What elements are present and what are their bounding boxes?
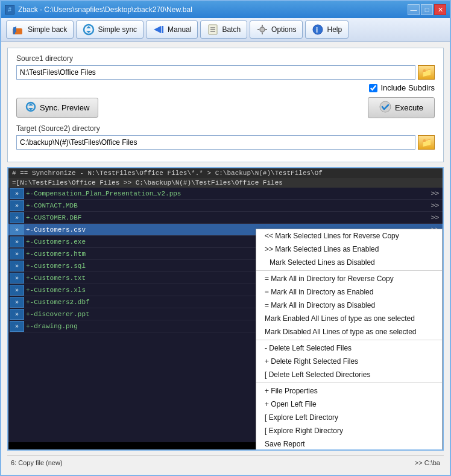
source-input[interactable] (16, 65, 415, 80)
file-row[interactable]: » +-Compensation_Plan_Presentation_v2.pp… (8, 188, 443, 200)
options-button[interactable]: Options (250, 21, 303, 39)
source-label: Source1 directory (16, 54, 435, 63)
file-arrow: » (10, 224, 24, 235)
target-input[interactable] (16, 135, 415, 150)
target-input-row: 📁 (16, 135, 435, 150)
ctx-mark-all-enabled[interactable]: = Mark All in Directory as Enabled (256, 285, 442, 299)
execute-label: Execute (395, 103, 423, 112)
ctx-delete-left[interactable]: - Delete Left Selected Files (256, 341, 442, 355)
include-subdirs-checkbox[interactable] (369, 84, 377, 92)
execute-button[interactable]: Execute (368, 97, 435, 118)
file-arrow: » (10, 236, 24, 247)
source-input-row: 📁 (16, 65, 435, 80)
status-right: >> C:\ba (415, 459, 440, 466)
simple-back-button[interactable]: Simple back (6, 21, 74, 39)
sync-preview-button[interactable]: Sync. Preview (16, 98, 98, 118)
ctx-separator-2 (256, 340, 442, 340)
options-icon (256, 24, 268, 36)
action-row: Sync. Preview Execute (16, 97, 435, 118)
include-subdirs-label: Include Subdirs (380, 83, 435, 92)
target-label: Target (Source2) directory (16, 124, 435, 133)
ctx-open-left[interactable]: + Open Left File (256, 398, 442, 411)
svg-marker-5 (86, 31, 91, 33)
window-title: Zback - C:\Users\snapfiles\Desktop\zback… (18, 5, 192, 14)
file-arrow: » (10, 212, 24, 223)
file-arrow: » (10, 285, 24, 296)
file-header: # == Synchronize - N:\TestFiles\Office F… (8, 168, 443, 178)
form-section: Source1 directory 📁 Include Subdirs (7, 48, 444, 162)
file-arrow: » (10, 249, 24, 259)
folder-icon: 📁 (421, 68, 432, 77)
manual-icon (153, 24, 165, 36)
target-folder-button[interactable]: 📁 (418, 135, 435, 150)
help-label: Help (327, 25, 342, 34)
ctx-explore-right[interactable]: [ Explore Right Directory (256, 424, 442, 437)
file-name: +-CUSTOMER.DBF (26, 214, 431, 221)
ctx-separator-1 (256, 270, 442, 271)
file-arrow: » (10, 297, 24, 308)
ctx-delete-right[interactable]: + Delete Right Selected Files (256, 355, 442, 368)
sync-header-row: =[N:\TestFiles\Office Files >> C:\backup… (8, 178, 443, 188)
ctx-save-report[interactable]: Save Report (256, 437, 442, 451)
main-window: # Zback - C:\Users\snapfiles\Desktop\zba… (0, 0, 451, 476)
ctx-mark-all-disabled[interactable]: = Mark All in Directory as Disabled (256, 299, 442, 312)
svg-text:i: i (316, 26, 318, 34)
file-area: # == Synchronize - N:\TestFiles\Office F… (7, 167, 444, 451)
maximize-button[interactable]: □ (421, 4, 433, 15)
batch-button[interactable]: Batch (200, 21, 247, 39)
file-arrow: » (10, 273, 24, 284)
file-row[interactable]: » +-CUSTOMER.DBF >> (8, 212, 443, 224)
simple-sync-button[interactable]: Simple sync (76, 21, 144, 39)
title-bar-left: # Zback - C:\Users\snapfiles\Desktop\zba… (5, 5, 192, 14)
context-menu: << Mark Selected Lines for Reverse Copy … (256, 229, 443, 451)
ctx-mark-reverse[interactable]: << Mark Selected Lines for Reverse Copy (256, 229, 442, 243)
sync-preview-icon (25, 101, 36, 114)
title-bar: # Zback - C:\Users\snapfiles\Desktop\zba… (1, 1, 450, 18)
ctx-mark-disabled-type[interactable]: Mark Disabled All Lines of type as one s… (256, 325, 442, 338)
batch-label: Batch (222, 25, 241, 34)
manual-button[interactable]: Manual (146, 21, 198, 39)
help-icon: i (312, 24, 324, 36)
status-bar: 6: Copy file (new) >> C:\ba (7, 455, 444, 469)
simple-back-label: Simple back (28, 25, 67, 34)
ctx-mark-enabled-type[interactable]: Mark Enabled All Lines of type as one se… (256, 312, 442, 325)
svg-point-22 (380, 101, 391, 112)
main-content: Source1 directory 📁 Include Subdirs (1, 42, 450, 475)
title-controls: — □ ✕ (408, 4, 446, 15)
source-folder-button[interactable]: 📁 (418, 65, 435, 80)
ctx-mark-disabled[interactable]: Mark Selected Lines as Disabled (256, 256, 442, 269)
svg-rect-2 (13, 27, 15, 34)
batch-icon (207, 24, 219, 36)
minimize-button[interactable]: — (408, 4, 420, 15)
ctx-delete-left-dirs[interactable]: [ Delete Left Selected Directories (256, 368, 442, 381)
svg-rect-7 (162, 26, 163, 33)
ctx-mark-all-reverse[interactable]: = Mark All in Directory for Reverse Copy (256, 272, 442, 285)
sync-preview-label: Sync. Preview (40, 103, 89, 112)
execute-icon (379, 101, 391, 115)
include-subdirs-row: Include Subdirs (16, 83, 435, 92)
file-arrow: » (10, 261, 24, 271)
status-left: 6: Copy file (new) (11, 459, 63, 466)
target-folder-icon: 📁 (421, 138, 432, 147)
simple-back-icon (13, 24, 25, 36)
svg-marker-4 (86, 26, 91, 28)
options-label: Options (271, 25, 296, 34)
ctx-separator-3 (256, 382, 442, 383)
toolbar: Simple back Simple sync Manual (1, 18, 450, 42)
file-arrow: » (10, 321, 24, 332)
app-icon: # (5, 5, 14, 14)
simple-sync-label: Simple sync (98, 25, 137, 34)
file-arrow: » (10, 188, 24, 199)
ctx-explore-left[interactable]: [ Explore Left Directory (256, 411, 442, 424)
ctx-file-properties[interactable]: + File Properties (256, 384, 442, 398)
help-button[interactable]: i Help (305, 21, 348, 39)
svg-point-12 (260, 27, 265, 32)
file-arrow: » (10, 309, 24, 320)
file-name: +-CONTACT.MDB (26, 202, 431, 209)
file-name: +-Compensation_Plan_Presentation_v2.pps (26, 190, 431, 197)
ctx-mark-enabled[interactable]: >> Mark Selected Lines as Enabled (256, 243, 442, 256)
manual-label: Manual (168, 25, 191, 34)
simple-sync-icon (83, 24, 95, 36)
file-row[interactable]: » +-CONTACT.MDB >> (8, 200, 443, 212)
close-button[interactable]: ✕ (434, 4, 446, 15)
